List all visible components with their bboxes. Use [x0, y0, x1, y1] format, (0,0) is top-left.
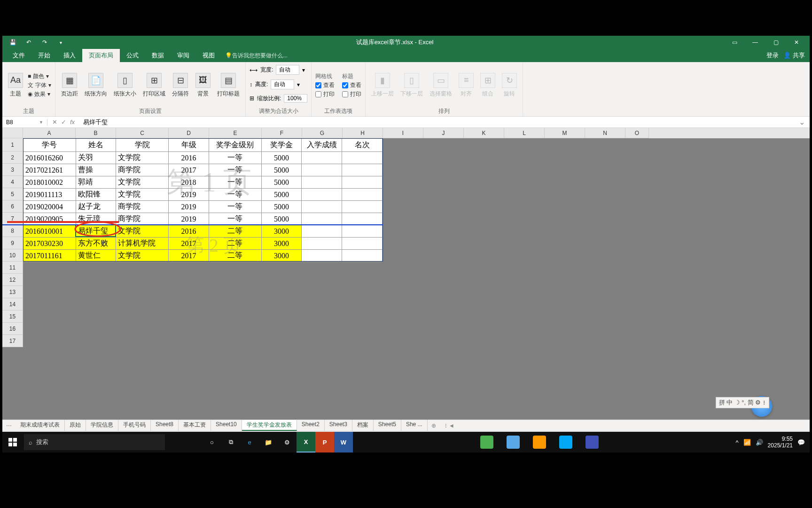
- table-cell[interactable]: [302, 164, 342, 176]
- overlay-icon[interactable]: [507, 436, 520, 449]
- table-cell[interactable]: 商学院: [116, 201, 169, 213]
- column-header[interactable]: H: [343, 128, 383, 138]
- table-cell[interactable]: 黄世仁: [76, 250, 117, 262]
- redo-icon[interactable]: ↷: [41, 39, 48, 46]
- row-header[interactable]: 1: [2, 138, 23, 151]
- table-cell[interactable]: [302, 238, 342, 250]
- table-cell[interactable]: 5000: [262, 213, 302, 225]
- column-header[interactable]: I: [383, 128, 423, 138]
- taskbar-clock[interactable]: 9:55 2025/1/21: [768, 436, 793, 449]
- table-cell[interactable]: 易烊千玺: [76, 225, 117, 238]
- table-cell[interactable]: [342, 176, 383, 189]
- print-titles-button[interactable]: ▤打印标题: [215, 72, 242, 99]
- excel-taskbar-icon[interactable]: X: [297, 432, 315, 452]
- tab-home[interactable]: 开始: [31, 49, 57, 62]
- theme-effects-button[interactable]: ◉ 效果 ▾: [28, 90, 51, 98]
- table-header-cell[interactable]: 名次: [342, 139, 383, 152]
- orientation-button[interactable]: 📄纸张方向: [83, 72, 109, 99]
- row-header[interactable]: 8: [2, 225, 23, 237]
- overlay-icon[interactable]: [533, 436, 546, 449]
- tab-page-layout[interactable]: 页面布局: [82, 49, 120, 62]
- sheet-tab[interactable]: 基本工资: [179, 420, 211, 431]
- column-header[interactable]: B: [76, 128, 116, 138]
- table-cell[interactable]: 5000: [262, 152, 302, 164]
- table-cell[interactable]: 2016016260: [23, 152, 76, 164]
- column-header[interactable]: D: [169, 128, 209, 138]
- table-cell[interactable]: 3000: [262, 225, 302, 238]
- table-cell[interactable]: [302, 250, 342, 262]
- table-header-cell[interactable]: 年级: [169, 139, 209, 152]
- sheet-tab[interactable]: 学院信息: [86, 420, 118, 431]
- row-header[interactable]: 13: [2, 286, 23, 298]
- tray-network-icon[interactable]: 📶: [743, 439, 751, 446]
- tab-review[interactable]: 审阅: [171, 49, 196, 62]
- column-header[interactable]: K: [464, 128, 504, 138]
- table-cell[interactable]: [302, 189, 342, 201]
- share-button[interactable]: 👤 共享: [783, 51, 805, 60]
- close-button[interactable]: ✕: [787, 36, 806, 49]
- sheet-tab[interactable]: 原始: [65, 420, 86, 431]
- tell-me-search[interactable]: 💡 告诉我您想要做什么...: [225, 49, 288, 62]
- gridlines-print-check[interactable]: 打印: [315, 90, 335, 98]
- confirm-formula-icon[interactable]: ✓: [61, 119, 66, 126]
- undo-icon[interactable]: ↶: [25, 39, 32, 46]
- settings-icon[interactable]: ⚙: [278, 432, 297, 452]
- sheet-tab[interactable]: 期末成绩考试表: [16, 420, 65, 431]
- qat-dropdown-icon[interactable]: ▾: [57, 39, 64, 46]
- column-header[interactable]: C: [116, 128, 169, 138]
- table-cell[interactable]: 5000: [262, 176, 302, 189]
- table-cell[interactable]: 2017021261: [23, 164, 76, 176]
- column-header[interactable]: A: [23, 128, 76, 138]
- table-cell[interactable]: 二等: [209, 225, 262, 238]
- table-cell[interactable]: [342, 225, 383, 238]
- table-cell[interactable]: 文学院: [116, 152, 169, 164]
- row-header[interactable]: 5: [2, 188, 23, 200]
- table-cell[interactable]: 2019: [169, 213, 209, 225]
- table-cell[interactable]: 二等: [209, 250, 262, 262]
- row-header[interactable]: 7: [2, 213, 23, 225]
- theme-fonts-button[interactable]: 文 字体 ▾: [28, 81, 51, 89]
- tab-data[interactable]: 数据: [145, 49, 171, 62]
- scale-width[interactable]: ⟷宽度: 自动 ▾: [250, 64, 305, 76]
- table-cell[interactable]: 5000: [262, 189, 302, 201]
- scale-percent[interactable]: ⊞缩放比例: 100%: [250, 93, 307, 103]
- background-button[interactable]: 🖼背景: [194, 72, 212, 99]
- table-cell[interactable]: 赵子龙: [76, 201, 117, 213]
- table-cell[interactable]: [342, 213, 383, 225]
- table-cell[interactable]: 一等: [209, 201, 262, 213]
- edge-icon[interactable]: e: [240, 432, 259, 452]
- column-header[interactable]: N: [585, 128, 625, 138]
- table-cell[interactable]: 欧阳锋: [76, 189, 117, 201]
- themes-button[interactable]: Aa 主题: [6, 72, 25, 99]
- taskbar-search[interactable]: ⌕ 搜索: [24, 434, 165, 450]
- name-box[interactable]: B8▼: [2, 119, 47, 126]
- margins-button[interactable]: ▦页边距: [59, 72, 80, 99]
- table-cell[interactable]: 2017: [169, 238, 209, 250]
- tab-insert[interactable]: 插入: [57, 49, 82, 62]
- theme-colors-button[interactable]: ■ 颜色 ▾: [28, 72, 51, 80]
- table-cell[interactable]: 2017030230: [23, 238, 76, 250]
- column-header[interactable]: L: [504, 128, 545, 138]
- table-cell[interactable]: 2017011161: [23, 250, 76, 262]
- table-cell[interactable]: [302, 225, 342, 238]
- column-header[interactable]: O: [625, 128, 649, 138]
- minimize-button[interactable]: —: [746, 36, 765, 49]
- sheet-tab[interactable]: Sheet5: [374, 420, 401, 431]
- table-header-cell[interactable]: 奖学金级别: [209, 139, 262, 152]
- table-cell[interactable]: 一等: [209, 189, 262, 201]
- row-header[interactable]: 11: [2, 262, 23, 274]
- gridlines-view-check[interactable]: 查看: [315, 81, 335, 89]
- ribbon-options-icon[interactable]: ▭: [725, 36, 744, 49]
- start-button[interactable]: [2, 432, 23, 452]
- table-cell[interactable]: 商学院: [116, 164, 169, 176]
- sheet-tab[interactable]: 手机号码: [118, 420, 151, 431]
- table-cell[interactable]: 一等: [209, 164, 262, 176]
- row-header[interactable]: 17: [2, 335, 23, 347]
- table-cell[interactable]: 关羽: [76, 152, 117, 164]
- row-header[interactable]: 15: [2, 310, 23, 323]
- table-cell[interactable]: 文学院: [116, 225, 169, 238]
- tab-file[interactable]: 文件: [6, 49, 31, 62]
- table-cell[interactable]: 2019020004: [23, 201, 76, 213]
- add-sheet-button[interactable]: ⊕: [428, 422, 440, 429]
- table-header-cell[interactable]: 入学成绩: [302, 139, 342, 152]
